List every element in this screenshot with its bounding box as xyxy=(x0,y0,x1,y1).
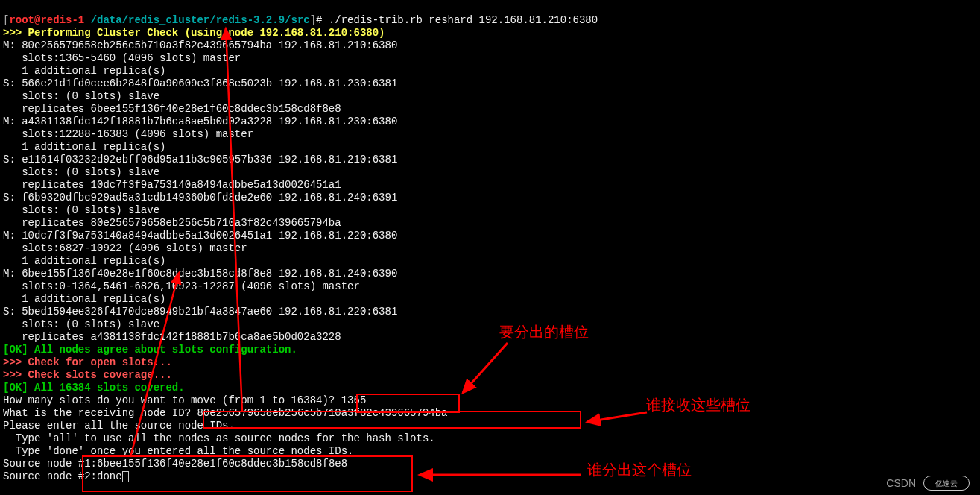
source-node-2-line: Source node #2:done xyxy=(3,470,129,482)
node-s2-replicates: replicates 10dc7f3f9a753140a8494adbbe5a1… xyxy=(3,179,341,191)
enter-source-ids: Please enter all the source node IDs. xyxy=(3,420,235,432)
node-m2-slots: slots:12288-16383 (4096 slots) master xyxy=(3,128,253,140)
prompt-hash: # xyxy=(316,14,329,26)
node-m4-slots: slots:0-1364,5461-6826,10923-12287 (4096… xyxy=(3,280,360,292)
node-s1-replicates: replicates 6bee155f136f40e28e1f60c8ddec3… xyxy=(3,103,341,115)
node-m3-slots: slots:6827-10922 (4096 slots) master xyxy=(3,242,247,254)
node-m2-replica: 1 additional replica(s) xyxy=(3,141,165,153)
watermark-logo: 亿速云 xyxy=(923,476,970,491)
bracket: ] xyxy=(310,14,316,26)
annotation-who-gives: 谁分出这个槽位 xyxy=(587,464,692,476)
watermark-csdn: CSDN xyxy=(886,477,916,490)
source-node-1-line: Source node #1:6bee155f136f40e28e1f60c8d… xyxy=(3,458,347,470)
node-s4-replicates: replicates a4381138fdc142f18881b7b6ca8ae… xyxy=(3,331,341,343)
source-node-1-input[interactable]: 6bee155f136f40e28e1f60c8ddec3b158cd8f8e8 xyxy=(97,458,347,470)
slots-to-move-input[interactable]: 1365 xyxy=(341,394,367,406)
node-m1: M: 80e256579658eb256c5b710a3f82c43966579… xyxy=(3,40,397,51)
type-done-hint: Type 'done' once you entered all the sou… xyxy=(3,445,353,457)
ok-slots-covered: [OK] All 16384 slots covered. xyxy=(3,382,185,394)
source-node-2-input[interactable]: done xyxy=(97,470,122,482)
prompt-user: root xyxy=(9,14,34,26)
annotation-slots-to-assign: 要分出的槽位 xyxy=(499,326,589,338)
check-open-slots: >>> Check for open slots... xyxy=(3,356,172,368)
node-s1-slots: slots: (0 slots) slave xyxy=(3,90,159,102)
node-s3-slots: slots: (0 slots) slave xyxy=(3,204,159,216)
type-all-hint: Type 'all' to use all the nodes as sourc… xyxy=(3,432,435,444)
node-m1-slots: slots:1365-5460 (4096 slots) master xyxy=(3,52,241,64)
node-m2: M: a4381138fdc142f18881b7b6ca8ae5b0d02a3… xyxy=(3,116,397,127)
node-s3: S: f6b9320dfbc929ad5a31cdb149360b0fd8de2… xyxy=(3,192,397,204)
node-s4: S: 5bed1594ee326f4170dce8949b21bf4a3847a… xyxy=(3,306,397,318)
node-m3: M: 10dc7f3f9a753140a8494adbbe5a13d002645… xyxy=(3,230,397,242)
node-s3-replicates: replicates 80e256579658eb256c5b710a3f82c… xyxy=(3,217,341,229)
receiving-node-prompt: What is the receiving node ID? 80e256579… xyxy=(3,407,448,419)
node-s2-slots: slots: (0 slots) slave xyxy=(3,166,159,178)
node-s4-slots: slots: (0 slots) slave xyxy=(3,318,159,330)
node-m3-replica: 1 additional replica(s) xyxy=(3,255,165,267)
node-s1: S: 566e21d1fd0cee6b2848f0a90609e3f868e50… xyxy=(3,78,397,89)
prompt-path: /data/redis_cluster/redis-3.2.9/src xyxy=(84,14,309,26)
watermark: CSDN 亿速云 xyxy=(886,476,970,491)
how-many-slots-prompt: How many slots do you want to move (from… xyxy=(3,394,366,406)
command-text: ./redis-trib.rb reshard 192.168.81.210:6… xyxy=(329,14,598,26)
annotation-who-receives: 谁接收这些槽位 xyxy=(646,399,750,412)
check-slots-coverage: >>> Check slots coverage... xyxy=(3,369,172,381)
cursor-icon xyxy=(122,471,129,482)
receiving-node-id-input[interactable]: 80e256579658eb256c5b710a3f82c439665794ba xyxy=(197,407,447,419)
prompt-host: redis-1 xyxy=(40,14,84,26)
ok-nodes-agree: [OK] All nodes agree about slots configu… xyxy=(3,344,297,356)
node-m1-replica: 1 additional replica(s) xyxy=(3,65,165,77)
node-m4: M: 6bee155f136f40e28e1f60c8ddec3b158cd8f… xyxy=(3,268,397,280)
performing-check: >>> Performing Cluster Check (using node… xyxy=(3,27,385,39)
node-s2: S: e11614f03232d92ebff06d95a11b3c905957b… xyxy=(3,154,397,165)
terminal[interactable]: [root@redis-1 /data/redis_cluster/redis-… xyxy=(0,0,980,495)
prompt: [root@redis-1 /data/redis_cluster/redis-… xyxy=(3,14,598,26)
node-m4-replica: 1 additional replica(s) xyxy=(3,293,165,305)
